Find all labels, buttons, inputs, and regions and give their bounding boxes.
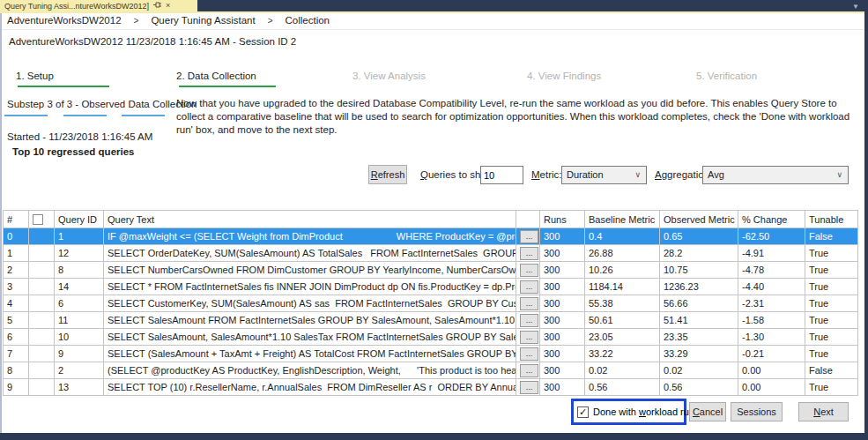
column-header-tunable[interactable]: Tunable	[805, 211, 858, 228]
row-checkbox-cell	[29, 245, 55, 262]
runs-cell: 300	[540, 262, 585, 279]
pct-change-cell: -4.40	[738, 279, 805, 295]
runs-cell: 300	[540, 362, 585, 379]
next-button[interactable]: Next	[798, 402, 849, 421]
query-row[interactable]: 01IF @maxWeight <= (SELECT Weight from D…	[4, 228, 858, 245]
select-all-checkbox-cell[interactable]	[29, 211, 55, 228]
substep-description: Now that you have upgraded to the desire…	[176, 97, 862, 137]
window-border-left	[0, 13, 2, 433]
tunable-cell: False	[805, 362, 858, 379]
query-details-button[interactable]: ...	[520, 280, 538, 294]
aggregation-dropdown[interactable]: Avg∨	[702, 166, 849, 184]
row-checkbox-cell	[29, 279, 55, 295]
query-row[interactable]: 112SELECT OrderDateKey, SUM(SalesAmount)…	[4, 245, 858, 262]
query-id-cell: 14	[55, 279, 104, 295]
query-details-button[interactable]: ...	[520, 314, 538, 327]
column-header-query-text[interactable]: Query Text	[104, 211, 516, 228]
query-id-cell: 12	[55, 245, 104, 262]
runs-cell: 300	[540, 228, 585, 245]
row-checkbox-cell	[29, 262, 55, 279]
query-details-cell: ...	[516, 279, 540, 295]
column-header-query-id[interactable]: Query ID	[55, 211, 104, 228]
column-header-observed-metric[interactable]: Observed Metric	[660, 211, 738, 228]
runs-cell: 300	[540, 379, 585, 396]
query-text-cell: SELECT TOP (10) r.ResellerName, r.Annual…	[104, 379, 516, 396]
query-details-cell: ...	[516, 228, 540, 245]
row-index: 5	[4, 312, 29, 329]
query-text-cell: (SELECT @productKey AS ProductKey, Engli…	[104, 362, 516, 379]
breadcrumb-collection[interactable]: Collection	[286, 15, 330, 26]
baseline-metric-cell: 50.61	[585, 312, 660, 329]
cancel-button[interactable]: Cancel	[689, 402, 726, 421]
tab-query-tuning-assistant[interactable]: Query Tuning Assi...ntureWorksDW2012] ×	[0, 0, 197, 11]
session-header: AdventureWorksDW2012 11/23/2018 1:16:45 …	[9, 36, 296, 47]
breadcrumb-separator: >	[268, 16, 273, 26]
baseline-metric-cell: 1184.14	[585, 279, 660, 295]
metric-dropdown[interactable]: Duration∨	[561, 166, 647, 184]
query-row[interactable]: 511SELECT SalesAmount FROM FactInternetS…	[4, 312, 858, 329]
query-row[interactable]: 82(SELECT @productKey AS ProductKey, Eng…	[4, 362, 858, 379]
row-checkbox-cell	[29, 228, 55, 245]
row-index: 9	[4, 379, 29, 396]
column-header-details[interactable]	[516, 211, 540, 228]
query-row[interactable]: 79SELECT (SalesAmount + TaxAmt + Freight…	[4, 346, 858, 362]
column-header-pct-change[interactable]: % Change	[738, 211, 805, 228]
breadcrumb: AdventureWorksDW2012 > Query Tuning Assi…	[7, 15, 330, 26]
query-id-cell: 13	[55, 379, 104, 396]
query-details-button[interactable]: ...	[520, 347, 538, 361]
chevron-down-icon[interactable]: ▼	[852, 3, 859, 11]
done-with-workload-annotation-box: ✓ Done with workload run	[571, 399, 686, 425]
step-data-collection-underline	[179, 86, 276, 87]
query-row[interactable]: 28SELECT NumberCarsOwned FROM DimCustome…	[4, 262, 858, 279]
query-row[interactable]: 913SELECT TOP (10) r.ResellerName, r.Ann…	[4, 379, 858, 396]
query-row[interactable]: 610SELECT SalesAmount, SalesAmount*1.10 …	[4, 329, 858, 346]
pin-icon[interactable]	[153, 1, 161, 11]
pct-change-cell: -4.78	[738, 262, 805, 279]
column-header-runs[interactable]: Runs	[540, 211, 585, 228]
baseline-metric-cell: 0.02	[585, 362, 660, 379]
tunable-cell: True	[805, 245, 858, 262]
query-details-button[interactable]: ...	[520, 264, 538, 277]
observed-metric-cell: 10.75	[660, 262, 738, 279]
tunable-cell: False	[805, 228, 858, 245]
refresh-button[interactable]: Refresh	[368, 165, 407, 184]
select-all-checkbox[interactable]	[33, 214, 43, 225]
query-row[interactable]: 46SELECT CustomerKey, SUM(SalesAmount) A…	[4, 295, 858, 312]
row-index: 3	[4, 279, 29, 295]
step-data-collection: 2. Data Collection	[176, 71, 256, 81]
column-header-baseline-metric[interactable]: Baseline Metric	[585, 211, 660, 228]
query-details-cell: ...	[516, 295, 540, 312]
query-details-cell: ...	[516, 245, 540, 262]
query-details-button[interactable]: ...	[520, 364, 538, 377]
row-index: 2	[4, 262, 29, 279]
pct-change-cell: 0.00	[738, 379, 805, 396]
tunable-cell: True	[805, 312, 858, 329]
observed-metric-cell: 0.56	[660, 379, 738, 396]
observed-metric-cell: 33.29	[660, 346, 738, 362]
runs-cell: 300	[540, 279, 585, 295]
query-row[interactable]: 314SELECT * FROM FactInternetSales fis I…	[4, 279, 858, 295]
query-details-cell: ...	[516, 262, 540, 279]
query-details-button[interactable]: ...	[520, 381, 538, 394]
substep-progress-segment	[4, 115, 48, 116]
sessions-button[interactable]: Sessions	[731, 402, 783, 421]
queries-to-show-input[interactable]	[480, 166, 523, 184]
query-details-button[interactable]: ...	[520, 331, 538, 344]
breadcrumb-database[interactable]: AdventureWorksDW2012	[7, 15, 122, 26]
substep-progress-segment	[63, 115, 107, 116]
baseline-metric-cell: 33.22	[585, 346, 660, 362]
done-with-workload-checkbox[interactable]: ✓	[577, 406, 589, 418]
query-details-cell: ...	[516, 362, 540, 379]
query-details-button[interactable]: ...	[520, 247, 538, 260]
baseline-metric-cell: 55.38	[585, 295, 660, 312]
breadcrumb-assistant[interactable]: Query Tuning Assistant	[151, 15, 255, 26]
close-icon[interactable]: ×	[166, 2, 170, 10]
metric-label: Metric:	[531, 165, 562, 184]
column-header-index[interactable]: #	[4, 211, 29, 228]
query-details-button[interactable]: ...	[520, 230, 538, 243]
query-id-cell: 2	[55, 362, 104, 379]
step-setup: 1. Setup	[16, 71, 54, 81]
window-border-right	[864, 11, 868, 440]
query-details-button[interactable]: ...	[520, 297, 538, 310]
substep-progress-segment	[122, 115, 165, 116]
